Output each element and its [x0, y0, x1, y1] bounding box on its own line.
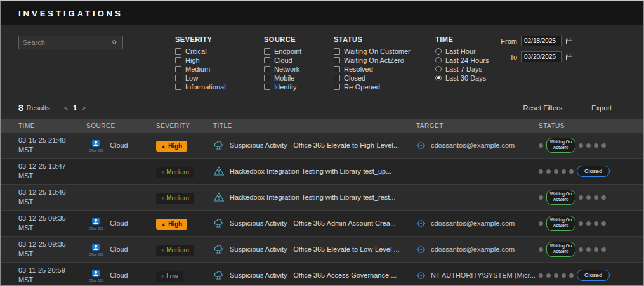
table-row[interactable]: 03-12-25 13:47MST ○Medium Hackedbox Inte… — [1, 159, 643, 185]
table-row[interactable]: 03-11-25 20:59MST Office 365 Cloud ○Low … — [1, 263, 643, 286]
filter-label-time: TIME — [435, 36, 496, 43]
row-severity: ○Medium — [156, 243, 213, 256]
row-severity: ▲High — [156, 139, 213, 152]
status-stage-dot — [601, 221, 606, 226]
radio-last-7-days[interactable] — [435, 66, 442, 72]
checkbox-closed[interactable] — [334, 75, 340, 81]
table-row[interactable]: 03-12-25 09:35MST Office 365 Cloud ▲High… — [1, 211, 643, 237]
prev-page-arrow[interactable]: < — [63, 104, 67, 112]
checkbox-cloud[interactable] — [264, 57, 270, 63]
row-time: 03-12-25 13:47MST — [18, 162, 86, 181]
column-header-severity[interactable]: SEVERITY — [156, 122, 213, 129]
radio-last-hour[interactable] — [435, 48, 442, 55]
filter-option-endpoint[interactable]: Endpoint — [264, 47, 334, 55]
checkbox-critical[interactable] — [175, 48, 181, 55]
investigation-title-link[interactable]: Hackedbox Integration Testing with Libra… — [230, 167, 391, 175]
row-status: Waiting On ActZero — [539, 138, 643, 153]
current-page-number[interactable]: 1 — [73, 104, 77, 112]
radio-last-24-hours[interactable] — [435, 57, 442, 63]
status-badge-waiting-actzero[interactable]: Waiting On ActZero — [546, 242, 575, 257]
filter-option-network[interactable]: Network — [264, 65, 334, 73]
warning-triangle-glyph: ▲ — [161, 144, 166, 148]
severity-badge-low: ○Low — [156, 271, 183, 282]
checkbox-mobile[interactable] — [264, 75, 270, 81]
column-header-target[interactable]: TARGET — [416, 122, 539, 129]
status-stage-dot — [586, 221, 591, 226]
filter-option-high[interactable]: High — [175, 56, 264, 64]
status-badge-waiting-actzero[interactable]: Waiting On ActZero — [546, 216, 575, 231]
filter-option-waiting-actzero[interactable]: Waiting On ActZero — [334, 56, 435, 64]
column-header-time[interactable]: TIME — [18, 122, 86, 129]
table-row[interactable]: 03-12-25 13:46MST ○Medium Hackedbox Inte… — [1, 185, 643, 211]
row-title: Hackedbox Integration Testing with Libra… — [213, 166, 416, 177]
circle-glyph: ○ — [161, 274, 164, 278]
filter-panel: SEVERITY Critical High Medium Low Inform… — [1, 25, 643, 95]
to-date-input[interactable] — [521, 51, 562, 62]
checkbox-low[interactable] — [175, 75, 181, 81]
checkbox-reopened[interactable] — [334, 84, 340, 90]
column-header-status[interactable]: STATUS — [539, 122, 643, 129]
filter-option-closed[interactable]: Closed — [334, 74, 435, 82]
row-time: 03-12-25 09:35MST — [18, 214, 86, 233]
checkbox-identity[interactable] — [264, 84, 270, 90]
filter-option-last-7-days[interactable]: Last 7 Days — [435, 65, 496, 73]
status-badge-closed[interactable]: Closed — [577, 270, 610, 281]
column-header-title[interactable]: TITLE — [213, 122, 416, 129]
status-stage-dot — [554, 169, 558, 174]
row-status: Waiting On ActZero — [539, 242, 643, 257]
investigation-title-link[interactable]: Hackedbox Integration Testing with Libra… — [230, 193, 396, 201]
filter-group-source: SOURCE Endpoint Cloud Network Mobile Ide… — [264, 36, 334, 91]
from-date-input[interactable] — [521, 36, 562, 46]
investigation-title-link[interactable]: Suspicious Activity - Office 365 Elevate… — [230, 141, 399, 149]
row-severity: ○Medium — [156, 191, 213, 204]
filter-option-critical[interactable]: Critical — [175, 47, 264, 55]
status-stage-dot — [554, 273, 558, 278]
status-badge-waiting-actzero[interactable]: Waiting On ActZero — [546, 190, 575, 205]
status-stage-dot — [539, 221, 543, 226]
next-page-arrow[interactable]: > — [82, 104, 86, 112]
search-input[interactable] — [23, 39, 111, 46]
investigation-title-link[interactable]: Suspicious Activity - Office 365 Admin A… — [230, 219, 396, 227]
filter-option-reopened[interactable]: Re-Opened — [334, 82, 435, 91]
status-badge-closed[interactable]: Closed — [577, 166, 610, 177]
filter-option-cloud[interactable]: Cloud — [264, 56, 334, 64]
export-button[interactable]: Export — [591, 104, 612, 112]
filter-option-last-hour[interactable]: Last Hour — [435, 47, 496, 55]
filter-option-last-24-hours[interactable]: Last 24 Hours — [435, 56, 496, 64]
status-stage-dot — [579, 247, 583, 252]
investigation-title-link[interactable]: Suspicious Activity - Office 365 Access … — [230, 271, 397, 279]
reset-filters-button[interactable]: Reset Filters — [523, 104, 562, 112]
checkbox-high[interactable] — [175, 57, 181, 63]
checkbox-waiting-customer[interactable] — [334, 48, 340, 55]
investigation-title-link[interactable]: Suspicious Activity - Office 365 Elevate… — [230, 245, 400, 253]
status-badge-waiting-actzero[interactable]: Waiting On ActZero — [546, 138, 575, 153]
checkbox-resolved[interactable] — [334, 66, 340, 72]
filter-option-last-30-days[interactable]: Last 30 Days — [435, 74, 496, 82]
table-row[interactable]: 03-15-25 21:48MST Office 365 Cloud ▲High… — [1, 133, 643, 159]
to-calendar-icon[interactable] — [565, 53, 573, 61]
pagination: < 1 > — [63, 104, 86, 112]
checkbox-informational[interactable] — [175, 84, 181, 90]
checkbox-endpoint[interactable] — [264, 48, 270, 55]
checkbox-medium[interactable] — [175, 66, 181, 72]
status-stage-dot — [569, 273, 574, 278]
row-status: Waiting On ActZero — [539, 190, 643, 205]
search-icon[interactable] — [111, 39, 119, 46]
filter-group-status: STATUS Waiting On Customer Waiting On Ac… — [334, 36, 435, 91]
checkbox-network[interactable] — [264, 66, 270, 72]
from-calendar-icon[interactable] — [565, 37, 573, 45]
status-stage-dot — [539, 273, 543, 278]
filter-option-mobile[interactable]: Mobile — [264, 74, 334, 82]
table-row[interactable]: 03-12-25 09:35MST Office 365 Cloud ○Medi… — [1, 237, 643, 263]
checkbox-waiting-actzero[interactable] — [334, 57, 340, 63]
filter-option-identity[interactable]: Identity — [264, 82, 334, 91]
radio-last-30-days[interactable] — [435, 75, 442, 81]
column-header-source[interactable]: SOURCE — [86, 122, 156, 129]
filter-option-informational[interactable]: Informational — [175, 82, 264, 91]
filter-option-medium[interactable]: Medium — [175, 65, 264, 73]
filter-option-low[interactable]: Low — [175, 74, 264, 82]
filter-option-resolved[interactable]: Resolved — [334, 65, 435, 73]
row-target: cdossantos@example.com — [416, 245, 539, 254]
filter-option-waiting-customer[interactable]: Waiting On Customer — [334, 47, 435, 55]
search-box[interactable] — [18, 36, 123, 49]
